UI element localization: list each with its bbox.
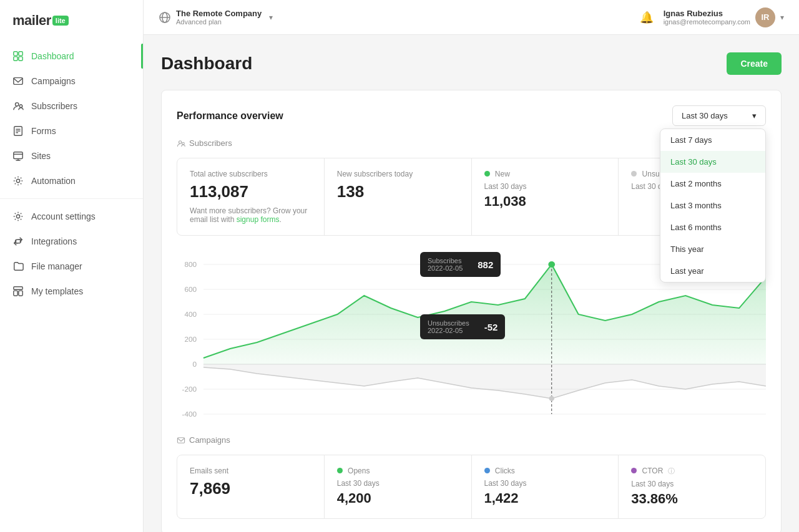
emails-sent-label: Emails sent — [190, 467, 311, 475]
sidebar-item-integrations[interactable]: Integrations — [0, 229, 143, 254]
sidebar-label-campaigns: Campaigns — [31, 76, 76, 86]
clicks-value: 1,422 — [484, 490, 606, 506]
sidebar-item-my-templates[interactable]: My templates — [0, 279, 143, 304]
main-area: The Remote Company Advanced plan ▾ 🔔 Ign… — [144, 0, 799, 532]
campaigns-section-icon — [177, 436, 185, 445]
new-period-sub: Last 30 days — [484, 182, 606, 191]
sites-icon — [12, 150, 24, 162]
period-dropdown-button[interactable]: Last 30 days ▾ — [672, 105, 766, 126]
file-manager-icon — [12, 261, 24, 272]
total-active-stat: Total active subscribers 113,087 Want mo… — [177, 158, 325, 235]
clicks-stat: Clicks Last 30 days 1,422 — [472, 455, 619, 518]
sidebar-item-campaigns[interactable]: Campaigns — [0, 69, 143, 94]
page-header: Dashboard Create — [161, 52, 782, 75]
period-option-last-year[interactable]: Last year — [660, 260, 765, 282]
ctor-info-icon: ⓘ — [668, 467, 675, 475]
user-email: ignas@remotecompany.com — [664, 18, 750, 26]
total-active-label: Total active subscribers — [190, 170, 311, 178]
svg-point-5 — [16, 103, 19, 106]
new-period-value: 11,038 — [484, 193, 606, 210]
svg-point-16 — [16, 215, 19, 218]
svg-rect-11 — [14, 152, 22, 159]
company-name: The Remote Company — [176, 9, 262, 18]
svg-text:0: 0 — [193, 360, 197, 368]
sidebar-label-sites: Sites — [31, 151, 51, 161]
grow-text: Want more subscribers? Grow your email l… — [190, 206, 311, 224]
ctor-value: 33.86% — [631, 491, 753, 507]
notifications-bell-icon[interactable]: 🔔 — [640, 11, 654, 24]
card-title: Performance overview — [177, 110, 283, 122]
period-option-30days[interactable]: Last 30 days — [660, 151, 765, 173]
templates-icon — [12, 286, 24, 297]
chart-tooltip-dot-green — [548, 261, 555, 268]
company-plan: Advanced plan — [176, 18, 262, 26]
dashboard-icon — [12, 51, 24, 62]
card-header: Performance overview Last 30 days ▾ Last… — [177, 105, 766, 126]
sidebar-item-dashboard[interactable]: Dashboard — [0, 44, 143, 69]
sidebar-item-sites[interactable]: Sites — [0, 143, 143, 168]
performance-overview-card: Performance overview Last 30 days ▾ Last… — [161, 90, 782, 532]
topbar: The Remote Company Advanced plan ▾ 🔔 Ign… — [144, 0, 799, 35]
sidebar-nav: Dashboard Campaigns Subscribers — [0, 44, 143, 304]
automation-icon — [12, 175, 24, 186]
sidebar-item-forms[interactable]: Forms — [0, 118, 143, 143]
svg-text:600: 600 — [185, 286, 197, 293]
campaigns-icon — [12, 75, 24, 87]
svg-rect-19 — [19, 291, 22, 296]
sidebar-label-file-manager: File manager — [31, 261, 82, 271]
new-period-label: New — [484, 170, 606, 178]
forms-icon — [12, 125, 24, 137]
svg-rect-17 — [14, 287, 22, 290]
sidebar-item-subscribers[interactable]: Subscribers — [0, 94, 143, 118]
sidebar-label-automation: Automation — [31, 176, 76, 186]
unsub-dot — [631, 171, 637, 177]
avatar: IR — [755, 7, 775, 27]
svg-text:200: 200 — [185, 336, 197, 343]
topbar-company[interactable]: The Remote Company Advanced plan ▾ — [159, 9, 273, 26]
period-option-2months[interactable]: Last 2 months — [660, 173, 765, 195]
clicks-label: Clicks — [484, 467, 606, 475]
create-button[interactable]: Create — [727, 52, 782, 75]
user-menu[interactable]: Ignas Rubezius ignas@remotecompany.com I… — [664, 7, 784, 27]
period-dropdown-wrapper[interactable]: Last 30 days ▾ Last 7 days Last 30 days … — [672, 105, 766, 126]
period-option-7days[interactable]: Last 7 days — [660, 129, 765, 151]
clicks-period: Last 30 days — [484, 479, 606, 488]
svg-point-6 — [19, 105, 22, 108]
sidebar-item-file-manager[interactable]: File manager — [0, 254, 143, 279]
svg-rect-1 — [19, 52, 22, 56]
svg-rect-2 — [14, 57, 17, 60]
opens-dot — [337, 468, 343, 473]
period-dropdown-label: Last 30 days — [682, 111, 728, 120]
page-title: Dashboard — [161, 54, 252, 74]
period-option-3months[interactable]: Last 3 months — [660, 195, 765, 216]
new-dot — [484, 171, 490, 177]
sidebar-item-account-settings[interactable]: Account settings — [0, 204, 143, 229]
chart-tooltip-dot-gray — [549, 396, 554, 401]
svg-point-24 — [182, 142, 185, 145]
sidebar-label-account-settings: Account settings — [31, 211, 96, 221]
period-option-6months[interactable]: Last 6 months — [660, 216, 765, 238]
new-today-label: New subscribers today — [337, 170, 459, 178]
opens-stat: Opens Last 30 days 4,200 — [325, 455, 472, 518]
svg-point-23 — [179, 140, 182, 143]
sidebar-label-subscribers: Subscribers — [31, 101, 77, 111]
new-today-stat: New subscribers today 138 — [325, 158, 472, 235]
brand-badge: lite — [52, 16, 69, 26]
svg-rect-3 — [19, 57, 22, 60]
user-chevron-icon: ▾ — [780, 13, 784, 22]
campaigns-stats-row: Emails sent 7,869 Opens Last 30 days 4,2… — [177, 455, 766, 519]
svg-text:800: 800 — [185, 261, 197, 268]
signup-forms-link[interactable]: signup forms — [237, 215, 280, 224]
svg-rect-4 — [14, 78, 22, 85]
svg-text:-400: -400 — [182, 410, 197, 418]
total-active-value: 113,087 — [190, 182, 311, 201]
svg-rect-18 — [14, 291, 17, 296]
content: Dashboard Create Performance overview La… — [144, 35, 799, 532]
brand-name: mailer — [12, 12, 51, 29]
ctor-dot — [631, 468, 637, 473]
sidebar-item-automation[interactable]: Automation — [0, 168, 143, 193]
campaigns-section-text: Campaigns — [189, 435, 230, 445]
sidebar-label-integrations: Integrations — [31, 236, 77, 246]
period-option-this-year[interactable]: This year — [660, 238, 765, 260]
sidebar-label-my-templates: My templates — [31, 286, 83, 296]
